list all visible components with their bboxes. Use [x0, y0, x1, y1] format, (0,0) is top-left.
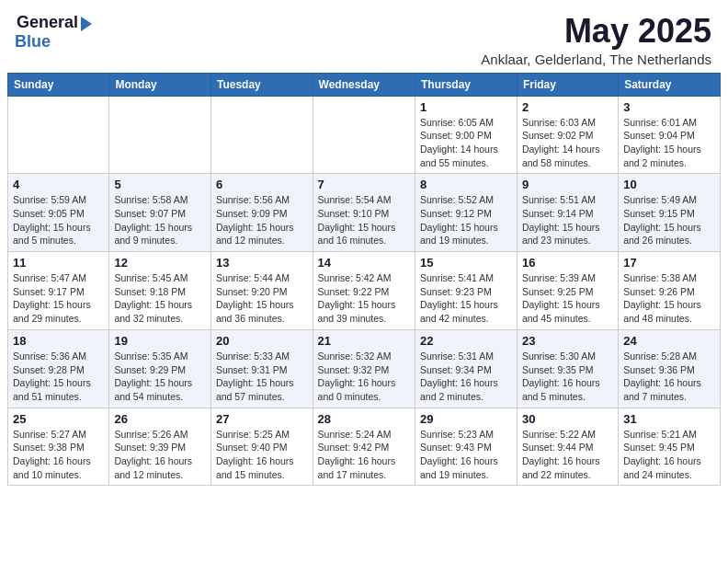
day-info: Sunrise: 5:32 AM Sunset: 9:32 PM Dayligh… — [318, 350, 410, 404]
calendar-header-row: SundayMondayTuesdayWednesdayThursdayFrid… — [8, 73, 721, 96]
day-number: 24 — [623, 334, 715, 348]
calendar-cell: 23Sunrise: 5:30 AM Sunset: 9:35 PM Dayli… — [517, 329, 618, 408]
day-info: Sunrise: 5:47 AM Sunset: 9:17 PM Dayligh… — [13, 271, 104, 326]
calendar-cell: 7Sunrise: 5:54 AM Sunset: 9:10 PM Daylig… — [313, 174, 415, 252]
calendar-cell — [210, 96, 313, 174]
col-header-wednesday: Wednesday — [313, 73, 415, 96]
day-info: Sunrise: 5:42 AM Sunset: 9:22 PM Dayligh… — [318, 271, 410, 326]
calendar-cell: 26Sunrise: 5:26 AM Sunset: 9:39 PM Dayli… — [109, 408, 211, 486]
day-number: 15 — [420, 256, 512, 270]
calendar-cell: 19Sunrise: 5:35 AM Sunset: 9:29 PM Dayli… — [109, 329, 211, 408]
day-info: Sunrise: 5:45 AM Sunset: 9:18 PM Dayligh… — [114, 271, 206, 326]
day-info: Sunrise: 5:33 AM Sunset: 9:31 PM Dayligh… — [216, 350, 308, 404]
col-header-saturday: Saturday — [619, 73, 721, 96]
calendar-cell: 1Sunrise: 6:05 AM Sunset: 9:00 PM Daylig… — [415, 96, 518, 174]
calendar-cell: 2Sunrise: 6:03 AM Sunset: 9:02 PM Daylig… — [517, 96, 618, 174]
day-number: 20 — [216, 334, 308, 348]
day-info: Sunrise: 6:05 AM Sunset: 9:00 PM Dayligh… — [420, 116, 512, 170]
col-header-sunday: Sunday — [8, 73, 109, 96]
calendar-cell — [8, 96, 109, 174]
calendar-cell: 9Sunrise: 5:51 AM Sunset: 9:14 PM Daylig… — [517, 174, 618, 252]
day-number: 7 — [318, 178, 410, 191]
logo-general-text: General — [17, 13, 78, 32]
calendar-cell: 10Sunrise: 5:49 AM Sunset: 9:15 PM Dayli… — [619, 174, 721, 252]
logo-blue-text: Blue — [15, 32, 51, 52]
header: General Blue May 2025 Anklaar, Gelderlan… — [0, 0, 728, 73]
day-number: 16 — [522, 256, 613, 270]
title-section: May 2025 Anklaar, Gelderland, The Nether… — [481, 13, 711, 67]
day-number: 28 — [318, 412, 410, 426]
calendar-cell: 29Sunrise: 5:23 AM Sunset: 9:43 PM Dayli… — [415, 408, 518, 486]
calendar-cell: 27Sunrise: 5:25 AM Sunset: 9:40 PM Dayli… — [210, 408, 313, 486]
day-info: Sunrise: 5:36 AM Sunset: 9:28 PM Dayligh… — [13, 350, 104, 404]
calendar-cell: 8Sunrise: 5:52 AM Sunset: 9:12 PM Daylig… — [415, 174, 518, 252]
calendar-cell: 28Sunrise: 5:24 AM Sunset: 9:42 PM Dayli… — [313, 408, 415, 486]
calendar-cell: 21Sunrise: 5:32 AM Sunset: 9:32 PM Dayli… — [313, 329, 415, 408]
col-header-friday: Friday — [517, 73, 618, 96]
day-number: 4 — [13, 178, 104, 191]
day-info: Sunrise: 5:44 AM Sunset: 9:20 PM Dayligh… — [216, 271, 308, 326]
day-number: 18 — [13, 334, 104, 348]
day-number: 14 — [318, 256, 410, 270]
day-number: 23 — [522, 334, 613, 348]
day-info: Sunrise: 5:30 AM Sunset: 9:35 PM Dayligh… — [522, 350, 613, 404]
day-number: 6 — [216, 178, 308, 191]
day-info: Sunrise: 5:49 AM Sunset: 9:15 PM Dayligh… — [623, 193, 715, 247]
calendar-cell: 6Sunrise: 5:56 AM Sunset: 9:09 PM Daylig… — [210, 174, 313, 252]
calendar-week-row: 11Sunrise: 5:47 AM Sunset: 9:17 PM Dayli… — [8, 252, 721, 330]
calendar-cell: 30Sunrise: 5:22 AM Sunset: 9:44 PM Dayli… — [517, 408, 618, 486]
day-info: Sunrise: 6:01 AM Sunset: 9:04 PM Dayligh… — [623, 116, 715, 170]
calendar-week-row: 25Sunrise: 5:27 AM Sunset: 9:38 PM Dayli… — [8, 408, 721, 486]
day-number: 29 — [420, 412, 512, 426]
calendar-cell: 15Sunrise: 5:41 AM Sunset: 9:23 PM Dayli… — [415, 252, 518, 330]
calendar-cell — [109, 96, 211, 174]
calendar-week-row: 18Sunrise: 5:36 AM Sunset: 9:28 PM Dayli… — [8, 329, 721, 408]
day-number: 17 — [623, 256, 715, 270]
calendar-week-row: 4Sunrise: 5:59 AM Sunset: 9:05 PM Daylig… — [8, 174, 721, 252]
day-number: 21 — [318, 334, 410, 348]
day-info: Sunrise: 5:21 AM Sunset: 9:45 PM Dayligh… — [623, 428, 715, 482]
calendar-cell: 3Sunrise: 6:01 AM Sunset: 9:04 PM Daylig… — [619, 96, 721, 174]
day-number: 25 — [13, 412, 104, 426]
day-info: Sunrise: 5:35 AM Sunset: 9:29 PM Dayligh… — [114, 350, 206, 404]
col-header-tuesday: Tuesday — [210, 73, 313, 96]
day-number: 26 — [114, 412, 206, 426]
day-info: Sunrise: 5:59 AM Sunset: 9:05 PM Dayligh… — [13, 193, 104, 247]
calendar-cell: 14Sunrise: 5:42 AM Sunset: 9:22 PM Dayli… — [313, 252, 415, 330]
col-header-monday: Monday — [109, 73, 211, 96]
calendar-cell: 22Sunrise: 5:31 AM Sunset: 9:34 PM Dayli… — [415, 329, 518, 408]
day-info: Sunrise: 5:27 AM Sunset: 9:38 PM Dayligh… — [13, 428, 104, 482]
day-number: 10 — [623, 178, 715, 191]
calendar-week-row: 1Sunrise: 6:05 AM Sunset: 9:00 PM Daylig… — [8, 96, 721, 174]
day-number: 30 — [522, 412, 613, 426]
day-number: 19 — [114, 334, 206, 348]
day-info: Sunrise: 5:22 AM Sunset: 9:44 PM Dayligh… — [522, 428, 613, 482]
day-info: Sunrise: 5:39 AM Sunset: 9:25 PM Dayligh… — [522, 271, 613, 326]
calendar-cell — [313, 96, 415, 174]
day-info: Sunrise: 5:25 AM Sunset: 9:40 PM Dayligh… — [216, 428, 308, 482]
day-number: 9 — [522, 178, 613, 191]
day-info: Sunrise: 5:23 AM Sunset: 9:43 PM Dayligh… — [420, 428, 512, 482]
day-info: Sunrise: 5:56 AM Sunset: 9:09 PM Dayligh… — [216, 193, 308, 247]
logo-arrow-icon — [81, 17, 92, 31]
day-number: 27 — [216, 412, 308, 426]
col-header-thursday: Thursday — [415, 73, 518, 96]
calendar-cell: 18Sunrise: 5:36 AM Sunset: 9:28 PM Dayli… — [8, 329, 109, 408]
day-number: 31 — [623, 412, 715, 426]
calendar-cell: 4Sunrise: 5:59 AM Sunset: 9:05 PM Daylig… — [8, 174, 109, 252]
day-info: Sunrise: 5:24 AM Sunset: 9:42 PM Dayligh… — [318, 428, 410, 482]
day-info: Sunrise: 5:51 AM Sunset: 9:14 PM Dayligh… — [522, 193, 613, 247]
day-number: 11 — [13, 256, 104, 270]
calendar-cell: 13Sunrise: 5:44 AM Sunset: 9:20 PM Dayli… — [210, 252, 313, 330]
day-number: 13 — [216, 256, 308, 270]
day-info: Sunrise: 5:26 AM Sunset: 9:39 PM Dayligh… — [114, 428, 206, 482]
day-number: 8 — [420, 178, 512, 191]
month-title: May 2025 — [481, 13, 711, 50]
calendar-wrapper: SundayMondayTuesdayWednesdayThursdayFrid… — [0, 73, 728, 494]
day-info: Sunrise: 5:54 AM Sunset: 9:10 PM Dayligh… — [318, 193, 410, 247]
calendar-cell: 12Sunrise: 5:45 AM Sunset: 9:18 PM Dayli… — [109, 252, 211, 330]
day-number: 12 — [114, 256, 206, 270]
calendar-table: SundayMondayTuesdayWednesdayThursdayFrid… — [7, 73, 721, 487]
day-info: Sunrise: 5:41 AM Sunset: 9:23 PM Dayligh… — [420, 271, 512, 326]
day-info: Sunrise: 6:03 AM Sunset: 9:02 PM Dayligh… — [522, 116, 613, 170]
